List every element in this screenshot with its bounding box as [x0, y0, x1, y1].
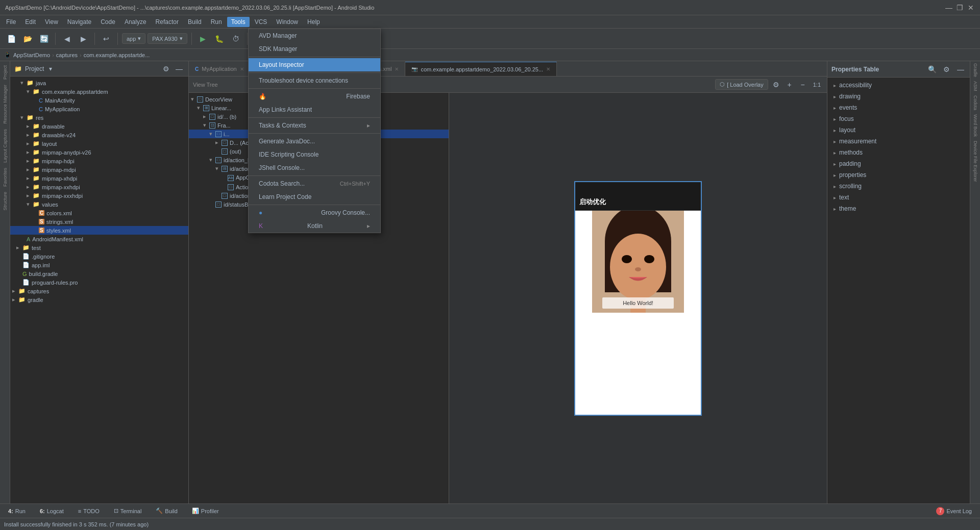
new-file-button[interactable]: 📄 — [4, 32, 18, 46]
prop-theme[interactable]: ▸ theme — [827, 203, 970, 214]
tree-item-java[interactable]: ▾ 📁 java — [10, 79, 188, 87]
properties-search[interactable]: 🔍 — [927, 64, 937, 74]
dropdown-groovy[interactable]: ● Groovy Console... — [249, 206, 380, 219]
menu-refactor[interactable]: Refactor — [152, 17, 183, 27]
tools-dropdown[interactable]: AVD Manager SDK Manager Layout Inspector… — [248, 29, 381, 233]
dropdown-learn-project[interactable]: Learn Project Code — [249, 190, 380, 204]
tree-item-app-iml[interactable]: ▸ 📄 app.iml — [10, 261, 188, 269]
menu-build[interactable]: Build — [184, 17, 206, 27]
menu-code[interactable]: Code — [96, 17, 119, 27]
dropdown-troubleshoot[interactable]: Troubleshoot device connections — [249, 74, 380, 87]
menu-edit[interactable]: Edit — [21, 17, 40, 27]
tree-item-mipmap-xhdpi[interactable]: ▸ 📁 mipmap-xhdpi — [10, 174, 188, 183]
prop-accessibility[interactable]: ▸ accessibility — [827, 80, 970, 91]
sidebar-layout-captures[interactable]: Layout Captures — [2, 127, 9, 165]
tree-item-drawable-v24[interactable]: ▸ 📁 drawable-v24 — [10, 131, 188, 139]
tree-item-values[interactable]: ▾ 📁 values — [10, 200, 188, 209]
tree-item-styles[interactable]: ▸ S styles.xml — [10, 226, 188, 235]
debug-button[interactable]: 🐛 — [212, 32, 227, 46]
open-button[interactable]: 📂 — [20, 32, 35, 46]
tree-item-proguard[interactable]: ▸ 📄 proguard-rules.pro — [10, 278, 188, 287]
right-sidebar-gradle[interactable]: Gradle — [972, 61, 979, 79]
device-dropdown[interactable]: PAX A930 ▾ — [148, 33, 187, 44]
tree-item-res[interactable]: ▾ 📁 res — [10, 113, 188, 122]
tree-item-myapplication[interactable]: ▸ C MyApplication — [10, 105, 188, 113]
right-sidebar-codota[interactable]: Codota — [972, 93, 979, 112]
menu-window[interactable]: Window — [272, 17, 302, 27]
tree-item-com[interactable]: ▾ 📁 com.example.appstartdem — [10, 87, 188, 96]
tab-myapplication-close[interactable]: ✕ — [240, 66, 244, 72]
tree-item-gitignore[interactable]: ▸ 📄 .gitignore — [10, 252, 188, 261]
prop-measurement[interactable]: ▸ measurement — [827, 136, 970, 147]
load-overlay-button[interactable]: ⬡ [ Load Overlay — [715, 79, 768, 90]
dropdown-app-links[interactable]: App Links Assistant — [249, 103, 380, 116]
menu-vcs[interactable]: VCS — [251, 17, 272, 27]
bottom-tab-profiler[interactable]: 📊 Profiler — [188, 506, 223, 516]
undo-button[interactable]: ↩ — [99, 32, 113, 46]
inspector-zoom-out[interactable]: − — [798, 80, 808, 90]
tab-capture[interactable]: 📷 com.example.appstartdemo_2022.03.06_20… — [405, 62, 557, 76]
tree-item-drawable[interactable]: ▸ 📁 drawable — [10, 122, 188, 131]
right-sidebar-asm[interactable]: ASM — [972, 79, 979, 93]
tree-item-mainactivity[interactable]: ▸ C MainActivity — [10, 96, 188, 105]
run-button[interactable]: ▶ — [196, 32, 210, 46]
tree-item-manifest[interactable]: ▸ A AndroidManifest.xml — [10, 235, 188, 243]
sync-button[interactable]: 🔄 — [37, 32, 51, 46]
properties-settings[interactable]: ⚙ — [941, 64, 951, 74]
dropdown-generate-javadoc[interactable]: Generate JavaDoc... — [249, 135, 380, 148]
right-sidebar-device-file[interactable]: Device File Explorer — [972, 139, 979, 184]
inspector-settings[interactable]: ⚙ — [771, 80, 781, 90]
dropdown-avd-manager[interactable]: AVD Manager — [249, 29, 380, 42]
menu-analyze[interactable]: Analyze — [120, 17, 151, 27]
dropdown-ide-scripting[interactable]: IDE Scripting Console — [249, 148, 380, 161]
tree-item-mipmap-xxhdpi[interactable]: ▸ 📁 mipmap-xxhdpi — [10, 183, 188, 191]
tree-item-strings[interactable]: ▸ S strings.xml — [10, 217, 188, 226]
minimize-button[interactable]: — — [945, 4, 952, 11]
dropdown-kotlin[interactable]: K Kotlin ▸ — [249, 219, 380, 233]
event-log-tab[interactable]: 7 Event Log — [932, 506, 976, 517]
tree-item-mipmap-xxxhdpi[interactable]: ▸ 📁 mipmap-xxxhdpi — [10, 191, 188, 200]
prop-text[interactable]: ▸ text — [827, 192, 970, 203]
prop-events[interactable]: ▸ events — [827, 102, 970, 113]
menu-run[interactable]: Run — [207, 17, 226, 27]
maximize-button[interactable]: ❐ — [957, 4, 964, 11]
project-dropdown-arrow[interactable]: ▾ — [49, 65, 52, 72]
prop-drawing[interactable]: ▸ drawing — [827, 91, 970, 102]
bottom-tab-run[interactable]: 4: Run — [4, 507, 30, 516]
breadcrumb-app[interactable]: AppStartDemo — [13, 52, 50, 58]
menu-navigate[interactable]: Navigate — [63, 17, 95, 27]
tab-styles-close[interactable]: ✕ — [395, 66, 399, 72]
breadcrumb-file[interactable]: com.example.appstartde... — [84, 52, 150, 58]
tree-item-test[interactable]: ▸ 📁 test — [10, 243, 188, 252]
prop-methods[interactable]: ▸ methods — [827, 147, 970, 158]
dropdown-tasks-contexts[interactable]: Tasks & Contexts ▸ — [249, 119, 380, 132]
sidebar-project[interactable]: Project — [2, 63, 9, 82]
prop-layout[interactable]: ▸ layout — [827, 124, 970, 136]
bottom-tab-todo[interactable]: ≡ TODO — [74, 507, 104, 516]
sidebar-resource-manager[interactable]: Resource Manager — [2, 83, 9, 126]
dropdown-sdk-manager[interactable]: SDK Manager — [249, 42, 380, 56]
forward-button[interactable]: ▶ — [76, 32, 90, 46]
menu-view[interactable]: View — [41, 17, 62, 27]
prop-focus[interactable]: ▸ focus — [827, 113, 970, 124]
bottom-tab-terminal[interactable]: ⊡ Terminal — [110, 506, 146, 516]
sidebar-structure[interactable]: Structure — [2, 190, 9, 213]
sidebar-favorites[interactable]: Favorites — [2, 166, 9, 189]
menu-file[interactable]: File — [2, 17, 20, 27]
right-sidebar-word-book[interactable]: Word Book — [972, 112, 979, 139]
menu-tools[interactable]: Tools — [227, 17, 250, 27]
properties-close[interactable]: — — [955, 64, 966, 74]
menu-help[interactable]: Help — [303, 17, 324, 27]
app-config-dropdown[interactable]: app ▾ — [122, 33, 145, 44]
tree-item-captures[interactable]: ▸ 📁 captures — [10, 287, 188, 295]
prop-scrolling[interactable]: ▸ scrolling — [827, 181, 970, 192]
dropdown-firebase[interactable]: 🔥 Firebase — [249, 90, 380, 103]
inspector-zoom-in[interactable]: + — [785, 80, 795, 90]
tree-item-mipmap-mdpi[interactable]: ▸ 📁 mipmap-mdpi — [10, 165, 188, 174]
project-settings[interactable]: ⚙ — [161, 64, 171, 74]
tree-item-mipmap-anydpi[interactable]: ▸ 📁 mipmap-anydpi-v26 — [10, 148, 188, 157]
back-button[interactable]: ◀ — [60, 32, 74, 46]
prop-padding[interactable]: ▸ padding — [827, 158, 970, 169]
profile-button[interactable]: ⏱ — [229, 32, 243, 46]
tree-item-colors[interactable]: ▸ C colors.xml — [10, 209, 188, 217]
